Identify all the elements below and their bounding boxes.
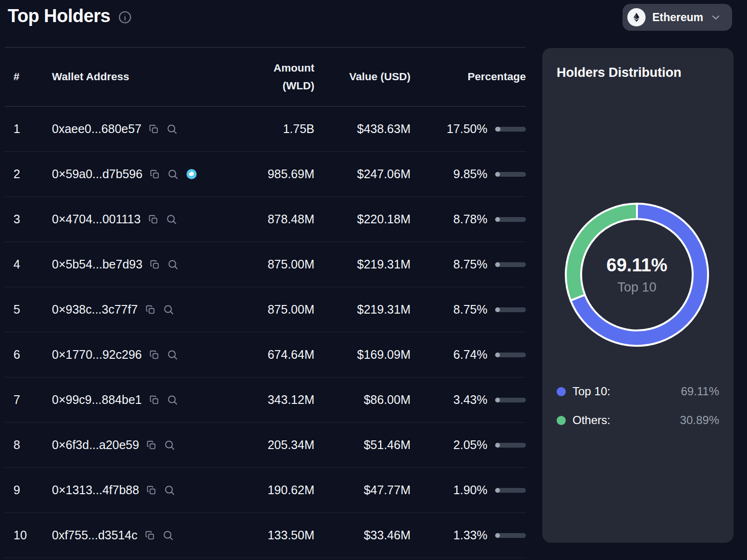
copy-icon[interactable] — [146, 485, 157, 496]
value-usd: $438.63M — [314, 122, 411, 136]
header-rank: # — [13, 71, 52, 83]
amount-wld: 190.62M — [237, 483, 314, 497]
table-row: 2 0×59a0...d7b596 — [5, 152, 526, 197]
copy-icon[interactable] — [148, 214, 159, 225]
search-icon[interactable] — [162, 530, 174, 541]
rank: 6 — [13, 348, 52, 362]
wallet-address[interactable]: 0×6f3d...a20e59 — [52, 438, 139, 452]
table-row: 10 0xf755...d3514c — [5, 513, 526, 558]
percentage-bar-fill — [495, 217, 500, 222]
rank: 5 — [13, 303, 52, 317]
network-label: Ethereum — [652, 11, 703, 24]
top-holders-table: # Wallet Address Amount (WLD) Value (USD… — [5, 47, 526, 558]
copy-icon[interactable] — [145, 530, 155, 541]
wallet-address[interactable]: 0×59a0...d7b596 — [52, 167, 142, 181]
percentage: 9.85% — [411, 167, 487, 181]
search-icon[interactable] — [164, 485, 175, 496]
table-row: 5 0×938c...3c77f7 — [5, 287, 526, 332]
percentage-bar — [495, 353, 526, 357]
copy-icon[interactable] — [149, 350, 160, 360]
copy-icon[interactable] — [149, 259, 160, 270]
table-row: 8 0×6f3d...a20e59 — [5, 423, 526, 468]
holders-distribution-panel: Holders Distribution 69.11% Top 10 Top 1… — [542, 48, 734, 543]
amount-wld: 985.69M — [237, 167, 314, 181]
search-icon[interactable] — [167, 259, 179, 270]
legend-row-top10: Top 10: 69.11% — [557, 384, 719, 399]
copy-icon[interactable] — [145, 304, 156, 315]
search-icon[interactable] — [167, 349, 178, 361]
legend-row-others: Others: 30.89% — [557, 413, 719, 427]
table-body: 1 0xaee0...680e57 — [5, 107, 526, 558]
search-icon[interactable] — [163, 304, 174, 316]
percentage-bar-fill — [495, 533, 500, 538]
page-title: Top Holders — [8, 6, 110, 26]
percentage-bar — [495, 172, 526, 177]
amount-wld: 205.34M — [237, 438, 314, 452]
table-header-row: # Wallet Address Amount (WLD) Value (USD… — [5, 47, 526, 107]
search-icon[interactable] — [164, 439, 175, 451]
copy-icon[interactable] — [149, 395, 160, 405]
header-value-usd: Value (USD) — [314, 71, 411, 83]
chevron-down-icon — [710, 12, 722, 23]
rank: 1 — [13, 122, 52, 136]
holders-donut-chart: 69.11% Top 10 — [562, 200, 711, 349]
value-usd: $219.31M — [314, 257, 411, 271]
rank: 8 — [13, 438, 52, 452]
percentage-bar-fill — [495, 353, 500, 357]
wallet-address[interactable]: 0×1313...4f7b88 — [52, 483, 139, 497]
info-icon[interactable] — [118, 10, 132, 24]
value-usd: $169.09M — [314, 348, 411, 362]
header-amount: Amount (WLD) — [261, 59, 314, 95]
percentage-bar-fill — [495, 127, 500, 132]
wallet-address[interactable]: 0×4704...001113 — [52, 212, 141, 226]
percentage-bar-fill — [495, 172, 500, 177]
percentage-bar — [495, 398, 526, 402]
percentage: 1.33% — [411, 528, 487, 542]
amount-wld: 878.48M — [237, 212, 314, 226]
percentage: 3.43% — [411, 393, 487, 407]
search-icon[interactable] — [166, 214, 177, 225]
percentage-bar — [495, 488, 526, 493]
rank: 10 — [13, 528, 52, 542]
legend-value: 30.89% — [680, 414, 719, 427]
amount-wld: 875.00M — [237, 303, 314, 317]
percentage-bar — [495, 533, 526, 538]
network-selector[interactable]: Ethereum — [622, 4, 732, 31]
table-row: 3 0×4704...001113 — [5, 197, 526, 242]
header-wallet-address: Wallet Address — [52, 71, 237, 83]
copy-icon[interactable] — [149, 124, 159, 134]
percentage-bar-fill — [495, 488, 500, 493]
copy-icon[interactable] — [146, 440, 157, 450]
search-icon[interactable] — [166, 123, 178, 135]
wallet-address[interactable]: 0×5b54...be7d93 — [52, 257, 142, 271]
amount-wld: 1.75B — [237, 122, 314, 136]
header-percentage: Percentage — [411, 71, 526, 83]
wallet-address[interactable]: 0×938c...3c77f7 — [52, 303, 138, 317]
percentage-bar — [495, 307, 526, 312]
donut-segment-others[interactable] — [566, 204, 637, 301]
percentage-bar-fill — [495, 307, 500, 312]
wallet-address[interactable]: 0xaee0...680e57 — [52, 122, 141, 136]
amount-wld: 875.00M — [237, 257, 314, 271]
search-icon[interactable] — [167, 394, 178, 406]
percentage: 8.75% — [411, 257, 487, 271]
ethereum-icon — [627, 8, 646, 26]
percentage: 8.78% — [411, 212, 487, 226]
copy-icon[interactable] — [149, 169, 160, 180]
rank: 2 — [13, 167, 52, 181]
amount-wld: 343.12M — [237, 393, 314, 407]
value-usd: $51.46M — [314, 438, 411, 452]
amount-wld: 674.64M — [237, 348, 314, 362]
wallet-address[interactable]: 0×99c9...884be1 — [52, 393, 142, 407]
wallet-address[interactable]: 0×1770...92c296 — [52, 348, 142, 362]
wallet-address[interactable]: 0xf755...d3514c — [52, 528, 137, 542]
search-icon[interactable] — [167, 169, 179, 180]
percentage: 2.05% — [411, 438, 487, 452]
percentage-bar-fill — [495, 262, 500, 267]
rank: 3 — [13, 212, 52, 226]
table-row: 7 0×99c9...884be1 — [5, 377, 526, 423]
table-row: 1 0xaee0...680e57 — [5, 107, 526, 152]
percentage: 1.90% — [411, 483, 487, 497]
percentage-bar — [495, 443, 526, 448]
value-usd: $47.77M — [314, 483, 411, 497]
